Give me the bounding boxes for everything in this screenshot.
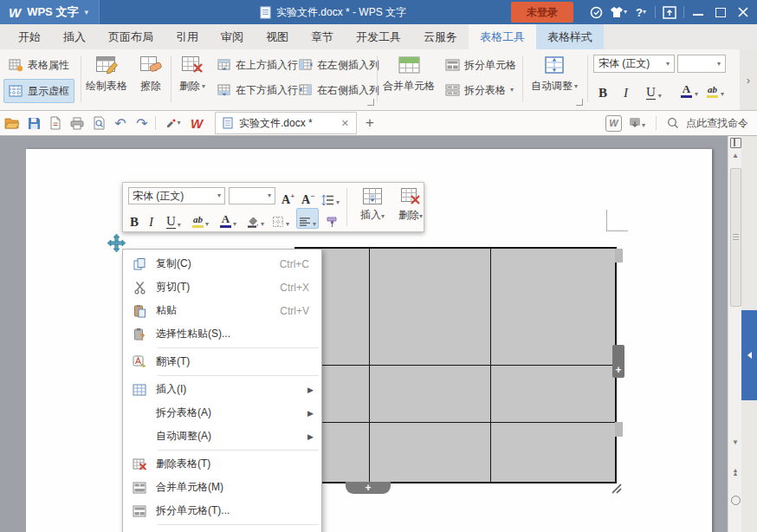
tab-insert[interactable]: 插入	[52, 24, 97, 49]
tab-cloud-service[interactable]: 云服务	[412, 24, 469, 49]
document-table[interactable]	[294, 247, 617, 483]
eraser-button[interactable]: 擦除	[132, 49, 170, 94]
menu-item-merge-cells[interactable]: 合并单元格(M)	[123, 476, 321, 499]
font-name-select[interactable]: 宋体 (正文) ▾	[593, 55, 675, 73]
show-gridlines-toggle[interactable]: 显示虚框	[3, 79, 74, 103]
table-cell[interactable]	[491, 249, 615, 365]
mini-bold-button[interactable]: B	[130, 210, 139, 229]
close-button[interactable]	[734, 3, 752, 21]
print-button[interactable]	[68, 114, 87, 133]
table-cell[interactable]	[370, 366, 490, 422]
mini-font-color-dropdown[interactable]: A ▾	[220, 209, 236, 228]
mini-italic-button[interactable]: I	[149, 210, 153, 229]
highlight-dropdown[interactable]: ab ▾	[707, 79, 724, 98]
menu-item-cut[interactable]: 剪切(T) Ctrl+X	[123, 276, 321, 299]
mini-font-size-select[interactable]: ▾	[229, 187, 275, 204]
save-button[interactable]	[24, 114, 43, 133]
share-dropdown[interactable]: ▾	[629, 117, 645, 129]
scroll-down-button[interactable]: ▼	[728, 435, 742, 449]
autofit-dropdown[interactable]: 自动调整▾	[526, 49, 583, 94]
font-color-dropdown[interactable]: A ▾	[681, 79, 698, 98]
menu-item-split-table[interactable]: 拆分表格(A) ▶	[123, 401, 321, 425]
dialog-launcher-icon[interactable]	[367, 99, 374, 106]
table-cell[interactable]	[491, 423, 615, 482]
export-pdf-button[interactable]	[46, 114, 65, 133]
insert-column-handle[interactable]: +	[612, 345, 624, 378]
mini-align-dropdown[interactable]: ▾	[296, 208, 319, 229]
split-cells-button[interactable]: 拆分单元格	[441, 54, 521, 76]
insert-col-left-button[interactable]: 在左侧插入列	[294, 54, 384, 76]
italic-button[interactable]: I	[624, 81, 628, 100]
insert-row-below-button[interactable]: 在下方插入行	[213, 79, 302, 101]
feedback-icon[interactable]	[587, 3, 605, 21]
line-spacing-dropdown[interactable]: ▾	[321, 187, 340, 206]
insert-row-handle[interactable]: +	[346, 482, 391, 494]
tab-section[interactable]: 章节	[300, 24, 345, 49]
mini-highlight-dropdown[interactable]: ab ▾	[192, 209, 209, 228]
tab-review[interactable]: 审阅	[210, 24, 255, 49]
wps-account-icon[interactable]: W	[605, 115, 622, 132]
mini-shading-dropdown[interactable]: ▾	[246, 209, 264, 228]
hide-ribbon-icon[interactable]	[661, 3, 678, 21]
tab-close-icon[interactable]: ✕	[341, 118, 349, 129]
menu-item-insert[interactable]: 插入(I) ▶	[123, 378, 321, 401]
menu-item-paste-special[interactable]: 选择性粘贴(S)...	[123, 322, 321, 346]
ribbon-expand-button[interactable]: ›	[740, 49, 757, 110]
find-command-box[interactable]: 点此查找命令	[686, 116, 748, 131]
tab-references[interactable]: 引用	[165, 24, 210, 49]
mini-underline-dropdown[interactable]: U ▾	[166, 210, 181, 229]
format-painter-button[interactable]	[326, 209, 339, 228]
maximize-button[interactable]	[712, 3, 729, 21]
mini-delete-dropdown[interactable]: 删除▾	[391, 187, 430, 223]
help-icon[interactable]: ? ▾	[632, 3, 650, 21]
delete-dropdown[interactable]: 删除▾	[172, 49, 212, 94]
scroll-up-button[interactable]: ▲	[728, 148, 742, 162]
table-resize-handle[interactable]	[610, 482, 623, 495]
menu-item-split-cells[interactable]: 拆分单元格(T)...	[123, 499, 321, 522]
draw-table-button[interactable]: 绘制表格	[81, 49, 132, 94]
menu-item-paste[interactable]: 粘贴 Ctrl+V	[123, 299, 321, 322]
previous-page-button[interactable]: ▲▲	[728, 465, 742, 479]
tab-home[interactable]: 开始	[7, 24, 52, 49]
table-properties-button[interactable]: 表格属性	[4, 54, 74, 76]
table-cell[interactable]	[491, 366, 615, 422]
merge-cells-button[interactable]: 合并单元格	[379, 49, 438, 94]
mini-font-name-select[interactable]: 宋体 (正文) ▾	[128, 187, 225, 204]
tab-table-tools[interactable]: 表格工具	[469, 24, 536, 49]
dialog-launcher-icon[interactable]	[576, 99, 583, 106]
table-cell[interactable]	[370, 423, 490, 482]
tab-view[interactable]: 视图	[255, 24, 300, 49]
print-preview-button[interactable]	[89, 114, 108, 133]
mini-border-dropdown[interactable]: ▾	[272, 209, 289, 228]
minimize-button[interactable]	[689, 3, 707, 21]
document-tab[interactable]: 实验文件.docx * ✕	[215, 112, 357, 134]
tab-dev-tools[interactable]: 开发工具	[345, 24, 412, 49]
bold-button[interactable]: B	[598, 81, 607, 100]
login-button[interactable]: 未登录	[511, 2, 573, 23]
wps-red-logo-icon[interactable]: W	[187, 114, 206, 133]
customize-toolbar-dropdown[interactable]: ▾	[162, 114, 184, 133]
increase-font-button[interactable]: A+	[281, 187, 294, 206]
font-size-select[interactable]: ▾	[677, 55, 726, 73]
menu-item-cell-alignment[interactable]: 单元格对齐方式(G) ▶	[123, 527, 321, 532]
menu-item-delete-table[interactable]: 删除表格(T)	[123, 452, 321, 476]
select-browse-object-button[interactable]	[728, 493, 742, 507]
menu-item-translate[interactable]: 翻译(T)	[123, 350, 321, 373]
table-cell[interactable]	[370, 249, 490, 365]
tab-page-layout[interactable]: 页面布局	[97, 24, 165, 49]
insert-row-above-button[interactable]: 在上方插入行	[213, 54, 302, 76]
sidebar-toggle[interactable]	[741, 310, 757, 400]
mini-insert-dropdown[interactable]: 插入▾	[353, 187, 391, 223]
vertical-scrollbar[interactable]: ▲ ▼ ▲▲	[728, 136, 741, 532]
tab-table-style[interactable]: 表格样式	[536, 24, 604, 49]
skin-icon[interactable]: ▾	[610, 3, 627, 21]
underline-dropdown[interactable]: U ▾	[646, 81, 662, 100]
app-menu-button[interactable]: W WPS 文字 ▾	[0, 0, 100, 24]
scrollbar-thumb[interactable]	[730, 168, 741, 307]
redo-button[interactable]: ↷	[133, 114, 152, 133]
menu-item-autofit[interactable]: 自动调整(A) ▶	[123, 425, 321, 448]
decrease-font-button[interactable]: A−	[301, 187, 314, 206]
split-table-dropdown[interactable]: 拆分表格 ▾	[441, 79, 518, 101]
read-mode-icon[interactable]	[730, 138, 741, 148]
undo-button[interactable]: ↶	[111, 114, 130, 133]
